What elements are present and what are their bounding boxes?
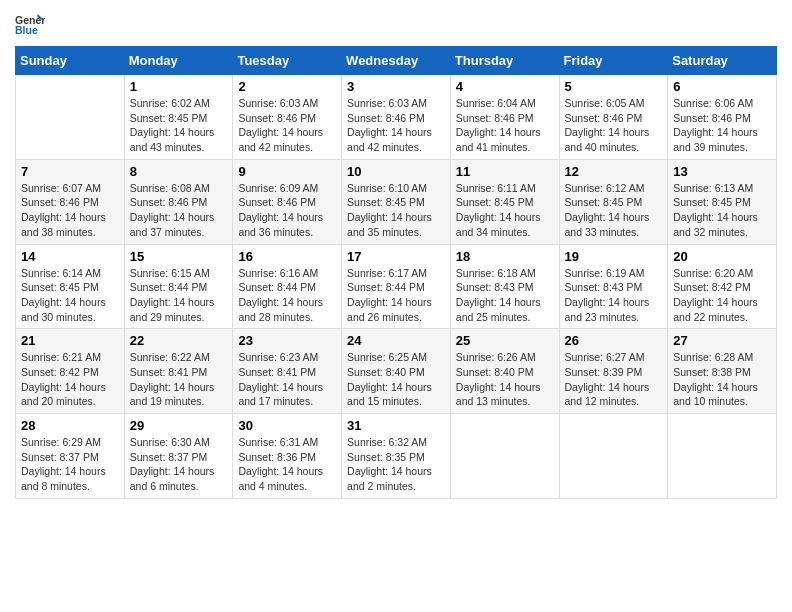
calendar-header-cell: Sunday bbox=[16, 47, 125, 75]
calendar-week-row: 7Sunrise: 6:07 AM Sunset: 8:46 PM Daylig… bbox=[16, 159, 777, 244]
calendar-week-row: 21Sunrise: 6:21 AM Sunset: 8:42 PM Dayli… bbox=[16, 329, 777, 414]
day-detail: Sunrise: 6:15 AM Sunset: 8:44 PM Dayligh… bbox=[130, 266, 228, 325]
day-detail: Sunrise: 6:20 AM Sunset: 8:42 PM Dayligh… bbox=[673, 266, 771, 325]
day-number: 6 bbox=[673, 79, 771, 94]
day-number: 22 bbox=[130, 333, 228, 348]
calendar-cell: 5Sunrise: 6:05 AM Sunset: 8:46 PM Daylig… bbox=[559, 75, 668, 160]
day-number: 11 bbox=[456, 164, 554, 179]
day-number: 10 bbox=[347, 164, 445, 179]
calendar-week-row: 14Sunrise: 6:14 AM Sunset: 8:45 PM Dayli… bbox=[16, 244, 777, 329]
day-number: 2 bbox=[238, 79, 336, 94]
calendar-cell: 23Sunrise: 6:23 AM Sunset: 8:41 PM Dayli… bbox=[233, 329, 342, 414]
day-detail: Sunrise: 6:10 AM Sunset: 8:45 PM Dayligh… bbox=[347, 181, 445, 240]
calendar-week-row: 28Sunrise: 6:29 AM Sunset: 8:37 PM Dayli… bbox=[16, 414, 777, 499]
calendar-cell: 4Sunrise: 6:04 AM Sunset: 8:46 PM Daylig… bbox=[450, 75, 559, 160]
day-detail: Sunrise: 6:02 AM Sunset: 8:45 PM Dayligh… bbox=[130, 96, 228, 155]
page-header: General Blue bbox=[15, 10, 777, 40]
day-number: 28 bbox=[21, 418, 119, 433]
calendar-cell bbox=[668, 414, 777, 499]
day-number: 24 bbox=[347, 333, 445, 348]
calendar-cell: 25Sunrise: 6:26 AM Sunset: 8:40 PM Dayli… bbox=[450, 329, 559, 414]
day-detail: Sunrise: 6:17 AM Sunset: 8:44 PM Dayligh… bbox=[347, 266, 445, 325]
day-number: 16 bbox=[238, 249, 336, 264]
day-detail: Sunrise: 6:16 AM Sunset: 8:44 PM Dayligh… bbox=[238, 266, 336, 325]
calendar-cell: 17Sunrise: 6:17 AM Sunset: 8:44 PM Dayli… bbox=[342, 244, 451, 329]
day-number: 3 bbox=[347, 79, 445, 94]
day-detail: Sunrise: 6:19 AM Sunset: 8:43 PM Dayligh… bbox=[565, 266, 663, 325]
calendar-cell: 13Sunrise: 6:13 AM Sunset: 8:45 PM Dayli… bbox=[668, 159, 777, 244]
calendar-cell: 14Sunrise: 6:14 AM Sunset: 8:45 PM Dayli… bbox=[16, 244, 125, 329]
calendar-cell: 30Sunrise: 6:31 AM Sunset: 8:36 PM Dayli… bbox=[233, 414, 342, 499]
day-number: 9 bbox=[238, 164, 336, 179]
day-detail: Sunrise: 6:13 AM Sunset: 8:45 PM Dayligh… bbox=[673, 181, 771, 240]
day-detail: Sunrise: 6:05 AM Sunset: 8:46 PM Dayligh… bbox=[565, 96, 663, 155]
calendar-header-cell: Friday bbox=[559, 47, 668, 75]
day-detail: Sunrise: 6:09 AM Sunset: 8:46 PM Dayligh… bbox=[238, 181, 336, 240]
logo: General Blue bbox=[15, 10, 49, 40]
calendar-cell: 26Sunrise: 6:27 AM Sunset: 8:39 PM Dayli… bbox=[559, 329, 668, 414]
day-number: 13 bbox=[673, 164, 771, 179]
day-number: 14 bbox=[21, 249, 119, 264]
day-detail: Sunrise: 6:32 AM Sunset: 8:35 PM Dayligh… bbox=[347, 435, 445, 494]
calendar-header-cell: Saturday bbox=[668, 47, 777, 75]
calendar-table: SundayMondayTuesdayWednesdayThursdayFrid… bbox=[15, 46, 777, 499]
day-detail: Sunrise: 6:08 AM Sunset: 8:46 PM Dayligh… bbox=[130, 181, 228, 240]
calendar-cell: 6Sunrise: 6:06 AM Sunset: 8:46 PM Daylig… bbox=[668, 75, 777, 160]
day-number: 5 bbox=[565, 79, 663, 94]
calendar-cell: 31Sunrise: 6:32 AM Sunset: 8:35 PM Dayli… bbox=[342, 414, 451, 499]
day-number: 23 bbox=[238, 333, 336, 348]
calendar-header-row: SundayMondayTuesdayWednesdayThursdayFrid… bbox=[16, 47, 777, 75]
day-detail: Sunrise: 6:11 AM Sunset: 8:45 PM Dayligh… bbox=[456, 181, 554, 240]
calendar-cell bbox=[16, 75, 125, 160]
calendar-cell: 28Sunrise: 6:29 AM Sunset: 8:37 PM Dayli… bbox=[16, 414, 125, 499]
calendar-cell: 22Sunrise: 6:22 AM Sunset: 8:41 PM Dayli… bbox=[124, 329, 233, 414]
day-detail: Sunrise: 6:25 AM Sunset: 8:40 PM Dayligh… bbox=[347, 350, 445, 409]
calendar-cell: 9Sunrise: 6:09 AM Sunset: 8:46 PM Daylig… bbox=[233, 159, 342, 244]
day-number: 19 bbox=[565, 249, 663, 264]
calendar-cell: 10Sunrise: 6:10 AM Sunset: 8:45 PM Dayli… bbox=[342, 159, 451, 244]
day-number: 31 bbox=[347, 418, 445, 433]
day-number: 30 bbox=[238, 418, 336, 433]
day-detail: Sunrise: 6:04 AM Sunset: 8:46 PM Dayligh… bbox=[456, 96, 554, 155]
day-detail: Sunrise: 6:12 AM Sunset: 8:45 PM Dayligh… bbox=[565, 181, 663, 240]
calendar-header-cell: Thursday bbox=[450, 47, 559, 75]
calendar-cell: 8Sunrise: 6:08 AM Sunset: 8:46 PM Daylig… bbox=[124, 159, 233, 244]
calendar-cell: 16Sunrise: 6:16 AM Sunset: 8:44 PM Dayli… bbox=[233, 244, 342, 329]
day-detail: Sunrise: 6:30 AM Sunset: 8:37 PM Dayligh… bbox=[130, 435, 228, 494]
calendar-cell: 20Sunrise: 6:20 AM Sunset: 8:42 PM Dayli… bbox=[668, 244, 777, 329]
calendar-cell bbox=[559, 414, 668, 499]
calendar-week-row: 1Sunrise: 6:02 AM Sunset: 8:45 PM Daylig… bbox=[16, 75, 777, 160]
calendar-body: 1Sunrise: 6:02 AM Sunset: 8:45 PM Daylig… bbox=[16, 75, 777, 499]
calendar-cell: 19Sunrise: 6:19 AM Sunset: 8:43 PM Dayli… bbox=[559, 244, 668, 329]
calendar-cell: 15Sunrise: 6:15 AM Sunset: 8:44 PM Dayli… bbox=[124, 244, 233, 329]
svg-text:Blue: Blue bbox=[15, 24, 38, 36]
day-number: 26 bbox=[565, 333, 663, 348]
day-number: 7 bbox=[21, 164, 119, 179]
day-detail: Sunrise: 6:06 AM Sunset: 8:46 PM Dayligh… bbox=[673, 96, 771, 155]
calendar-cell: 11Sunrise: 6:11 AM Sunset: 8:45 PM Dayli… bbox=[450, 159, 559, 244]
calendar-cell: 21Sunrise: 6:21 AM Sunset: 8:42 PM Dayli… bbox=[16, 329, 125, 414]
calendar-cell bbox=[450, 414, 559, 499]
day-detail: Sunrise: 6:03 AM Sunset: 8:46 PM Dayligh… bbox=[347, 96, 445, 155]
logo-icon: General Blue bbox=[15, 10, 45, 40]
day-detail: Sunrise: 6:22 AM Sunset: 8:41 PM Dayligh… bbox=[130, 350, 228, 409]
day-number: 1 bbox=[130, 79, 228, 94]
calendar-cell: 1Sunrise: 6:02 AM Sunset: 8:45 PM Daylig… bbox=[124, 75, 233, 160]
day-detail: Sunrise: 6:26 AM Sunset: 8:40 PM Dayligh… bbox=[456, 350, 554, 409]
day-detail: Sunrise: 6:29 AM Sunset: 8:37 PM Dayligh… bbox=[21, 435, 119, 494]
day-number: 21 bbox=[21, 333, 119, 348]
day-detail: Sunrise: 6:03 AM Sunset: 8:46 PM Dayligh… bbox=[238, 96, 336, 155]
day-number: 29 bbox=[130, 418, 228, 433]
calendar-cell: 12Sunrise: 6:12 AM Sunset: 8:45 PM Dayli… bbox=[559, 159, 668, 244]
day-number: 20 bbox=[673, 249, 771, 264]
day-number: 17 bbox=[347, 249, 445, 264]
day-number: 12 bbox=[565, 164, 663, 179]
day-detail: Sunrise: 6:23 AM Sunset: 8:41 PM Dayligh… bbox=[238, 350, 336, 409]
day-detail: Sunrise: 6:27 AM Sunset: 8:39 PM Dayligh… bbox=[565, 350, 663, 409]
calendar-header-cell: Wednesday bbox=[342, 47, 451, 75]
day-detail: Sunrise: 6:28 AM Sunset: 8:38 PM Dayligh… bbox=[673, 350, 771, 409]
day-number: 8 bbox=[130, 164, 228, 179]
calendar-cell: 7Sunrise: 6:07 AM Sunset: 8:46 PM Daylig… bbox=[16, 159, 125, 244]
day-detail: Sunrise: 6:07 AM Sunset: 8:46 PM Dayligh… bbox=[21, 181, 119, 240]
day-number: 25 bbox=[456, 333, 554, 348]
